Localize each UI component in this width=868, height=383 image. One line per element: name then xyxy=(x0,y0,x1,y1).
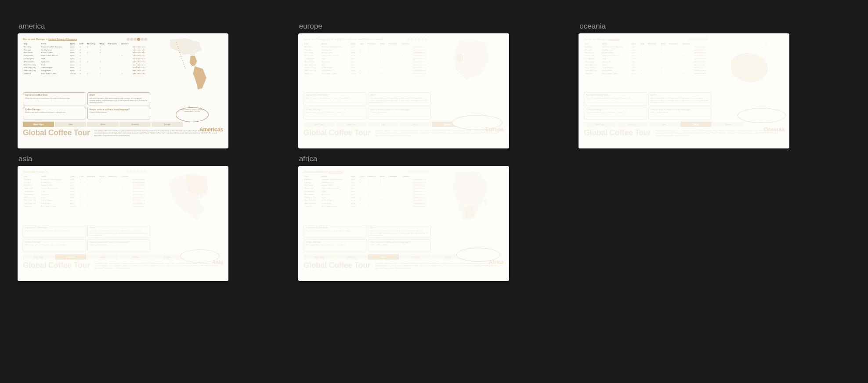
tile-0[interactable]: Signature Coffee StyleWhat the country i… xyxy=(23,92,86,105)
table-row[interactable]: Los AngelesG&Bopen ✓ ●●●●●●●●●● xyxy=(304,190,431,193)
tile-3[interactable]: How to order a coffee in local language?… xyxy=(368,239,431,253)
table-row[interactable]: Los AngelesG&Bopen ✓ ●●●●●●●●●● xyxy=(584,57,711,60)
table-row[interactable]: OaklandBlue Bottle Coffeeclosed ✓✓✓✓ ●●●… xyxy=(23,205,150,208)
table-row[interactable]: New York CityCaffe Reggioopen ✓✓ ●●●●●●●… xyxy=(23,199,150,202)
tile-2[interactable]: Coffee PairingsWhat to pair with a coffe… xyxy=(23,107,86,120)
table-row[interactable]: New York CityCaffe Reggioopen ✓✓ ●●●●●●●… xyxy=(23,66,150,69)
table-row[interactable]: New York CityCaffe Reggioopen ✓✓ ●●●●●●●… xyxy=(584,66,711,69)
nav-africa[interactable]: Africa xyxy=(680,122,712,127)
table-row[interactable]: ChicagoIntelligentsiaopen ✓✓ ●●●●●●●●●● xyxy=(23,48,150,51)
table-row[interactable]: New York CityIrving Farmopen ✓ ●●●●●●●●●… xyxy=(23,69,150,72)
nav-main page[interactable]: Main Page xyxy=(23,254,54,260)
nav-main page[interactable]: Main Page xyxy=(23,122,54,127)
table-row[interactable]: BerkeleyBlowout Coffee Roastersopen ✓✓✓ … xyxy=(304,45,431,48)
table-row[interactable]: New York CityCaffe Reggioopen ✓✓ ●●●●●●●… xyxy=(304,199,431,202)
table-row[interactable]: GainesvilleVolta Coffee Tea etcopen ✓✓ ●… xyxy=(304,187,431,190)
table-row[interactable]: Fort WorthAvoca Coffeeopen ✓✓✓ ●●●●●●●●●… xyxy=(584,51,711,54)
table-row[interactable]: Los AngelesG&Bopen ✓ ●●●●●●●●●● xyxy=(304,57,431,60)
nav-asia[interactable]: Asia xyxy=(368,254,399,260)
tile-0[interactable]: Signature Coffee StyleWhat the country i… xyxy=(304,225,367,238)
nav-asia[interactable]: Asia xyxy=(55,122,86,127)
nav-main page[interactable]: Main Page xyxy=(304,122,335,127)
nav-main page[interactable]: Main Page xyxy=(584,122,615,127)
table-row[interactable]: OaklandBlue Bottle Coffeeclosed ✓✓✓✓ ●●●… xyxy=(584,72,711,75)
nav-africa[interactable]: Africa xyxy=(87,254,118,260)
dashboard-thumb-asia[interactable]: Stores and Ratings in CityStoreOpenCafeR… xyxy=(18,166,228,281)
dashboard-thumb-africa[interactable]: Stores and Ratings in South Africa CityS… xyxy=(298,166,509,281)
tile-2[interactable]: Coffee PairingsWhat to pair with a coffe… xyxy=(23,239,86,253)
table-row[interactable]: OaklandBlue Bottle Coffeeclosed ✓✓✓✓ ●●●… xyxy=(304,72,431,75)
table-row[interactable]: GainesvilleVolta Coffee Tea etcopen ✓✓ ●… xyxy=(23,187,150,190)
nav-asia[interactable]: Asia xyxy=(648,122,680,127)
dashboard-thumb-oceania[interactable]: Stores and Ratings in Australia CityStor… xyxy=(579,33,789,148)
tile-1[interactable]: Don'task anything early, drink water equ… xyxy=(648,92,712,105)
table-row[interactable]: Fort WorthAvoca Coffeeopen ✓✓✓ ●●●●●●●●●… xyxy=(23,184,150,187)
table-row[interactable]: New York CityBirchopen ✓ ●●●●●●●●●● xyxy=(304,196,431,199)
table-row[interactable]: New York CityIrving Farmopen ✓ ●●●●●●●●●… xyxy=(23,202,150,205)
table-row[interactable]: ChicagoIntelligentsiaopen ✓✓ ●●●●●●●●●● xyxy=(23,181,150,184)
tile-3[interactable]: How to order a coffee in local language?… xyxy=(368,107,431,120)
tile-3[interactable]: How to order a coffee in local language?… xyxy=(87,239,151,253)
nav-main page[interactable]: Main Page xyxy=(304,254,335,260)
nav-europe[interactable]: Europe xyxy=(712,122,744,127)
table-row[interactable]: Fort WorthAvoca Coffeeopen ✓✓✓ ●●●●●●●●●… xyxy=(23,51,150,54)
tile-0[interactable]: Signature Coffee StyleWhat the country i… xyxy=(304,92,367,105)
table-row[interactable]: New York CityIrving Farmopen ✓ ●●●●●●●●●… xyxy=(304,69,431,72)
map-oceania[interactable] xyxy=(715,38,784,90)
table-row[interactable]: ChicagoIntelligentsiaopen ✓✓ ●●●●●●●●●● xyxy=(304,181,431,184)
table-row[interactable]: BerkeleyBlowout Coffee Roastersopen ✓✓✓ … xyxy=(23,45,150,48)
tile-1[interactable]: Don'task anything early, drink water equ… xyxy=(368,225,431,238)
nav-asia[interactable]: Asia xyxy=(368,122,399,127)
table-row[interactable]: MinneapolisSpyhouseopen ✓✓✓ ●●●●●●●●●● xyxy=(23,193,150,196)
table-row[interactable]: MinneapolisSpyhouseopen ✓✓✓ ●●●●●●●●●● xyxy=(584,60,711,63)
nav-africa[interactable]: Africa xyxy=(400,122,431,127)
table-row[interactable]: MinneapolisSpyhouseopen ✓✓✓ ●●●●●●●●●● xyxy=(304,60,431,63)
table-row[interactable]: ChicagoIntelligentsiaopen ✓✓ ●●●●●●●●●● xyxy=(584,48,711,51)
table-row[interactable]: MinneapolisSpyhouseopen ✓✓✓ ●●●●●●●●●● xyxy=(304,193,431,196)
table-row[interactable]: GainesvilleVolta Coffee Tea etcopen ✓✓ ●… xyxy=(304,54,431,57)
nav-americas[interactable]: Americas xyxy=(336,122,367,127)
table-row[interactable]: Fort WorthAvoca Coffeeopen ✓✓✓ ●●●●●●●●●… xyxy=(304,51,431,54)
tile-2[interactable]: Coffee PairingsWhat to pair with a coffe… xyxy=(304,107,367,120)
table-row[interactable]: BerkeleyBlowout Coffee Roastersopen ✓✓✓ … xyxy=(584,45,711,48)
table-row[interactable]: GainesvilleVolta Coffee Tea etcopen ✓✓ ●… xyxy=(584,54,711,57)
table-row[interactable]: OaklandBlue Bottle Coffeeclosed ✓✓✓✓ ●●●… xyxy=(23,72,150,75)
map-europe[interactable] xyxy=(434,38,504,90)
table-row[interactable]: New York CityCaffe Reggioopen ✓✓ ●●●●●●●… xyxy=(304,66,431,69)
dashboard-thumb-america[interactable]: Stores and Ratings in United States of A… xyxy=(18,33,228,148)
table-row[interactable]: New York CityBirchopen ✓ ●●●●●●●●●● xyxy=(23,63,150,66)
table-row[interactable]: Los AngelesG&Bopen ✓ ●●●●●●●●●● xyxy=(23,190,150,193)
tile-2[interactable]: Coffee PairingsWhat to pair with a coffe… xyxy=(304,239,367,253)
tile-1[interactable]: Don'task anything early, drink water equ… xyxy=(87,225,151,238)
table-row[interactable]: New York CityBirchopen ✓ ●●●●●●●●●● xyxy=(23,196,150,199)
tile-1[interactable]: Don'task anything early, drink water equ… xyxy=(368,92,431,105)
tile-2[interactable]: Coffee PairingsWhat to pair with a coffe… xyxy=(584,107,647,120)
nav-africa[interactable]: Africa xyxy=(87,122,118,127)
nav-europe[interactable]: Europe xyxy=(152,254,183,260)
map-africa[interactable] xyxy=(434,170,504,223)
table-row[interactable]: New York CityBirchopen ✓ ●●●●●●●●●● xyxy=(304,63,431,66)
nav-oceania[interactable]: Oceania xyxy=(119,122,151,127)
nav-americas[interactable]: Americas xyxy=(55,254,86,260)
table-row[interactable]: Fort WorthAvoca Coffeeopen ✓✓✓ ●●●●●●●●●… xyxy=(304,184,431,187)
tile-1[interactable]: Don'task anything early, drink water equ… xyxy=(87,92,151,105)
table-row[interactable]: BerkeleyBlowout Coffee Roastersopen ✓✓✓ … xyxy=(304,178,431,181)
table-row[interactable]: New York CityIrving Farmopen ✓ ●●●●●●●●●… xyxy=(304,202,431,205)
table-row[interactable]: ChicagoIntelligentsiaopen ✓✓ ●●●●●●●●●● xyxy=(304,48,431,51)
table-row[interactable]: Los AngelesG&Bopen ✓ ●●●●●●●●●● xyxy=(23,57,150,60)
dashboard-thumb-europe[interactable]: Stores and Ratings in U.K. of G.B (Great… xyxy=(298,33,509,148)
table-row[interactable]: BerkeleyBlowout Coffee Roastersopen ✓✓✓ … xyxy=(23,178,150,181)
map-asia[interactable] xyxy=(154,170,223,223)
tile-3[interactable]: How to order a coffee in local language?… xyxy=(87,107,151,120)
tile-0[interactable]: Signature Coffee StyleWhat the country i… xyxy=(23,225,86,238)
table-row[interactable]: New York CityIrving Farmopen ✓ ●●●●●●●●●… xyxy=(584,69,711,72)
nav-americas[interactable]: Americas xyxy=(336,254,367,260)
nav-oceania[interactable]: Oceania xyxy=(119,254,151,260)
nav-oceania[interactable]: Oceania xyxy=(400,254,431,260)
nav-europe[interactable]: Europe xyxy=(152,122,183,127)
table-row[interactable]: GainesvilleVolta Coffee Tea etcopen ✓✓ ●… xyxy=(23,54,150,57)
map-america[interactable] xyxy=(154,38,223,90)
table-row[interactable]: OaklandBlue Bottle Coffeeclosed ✓✓✓✓ ●●●… xyxy=(304,205,431,208)
nav-americas[interactable]: Americas xyxy=(616,122,647,127)
table-row[interactable]: New York CityBirchopen ✓ ●●●●●●●●●● xyxy=(584,63,711,66)
